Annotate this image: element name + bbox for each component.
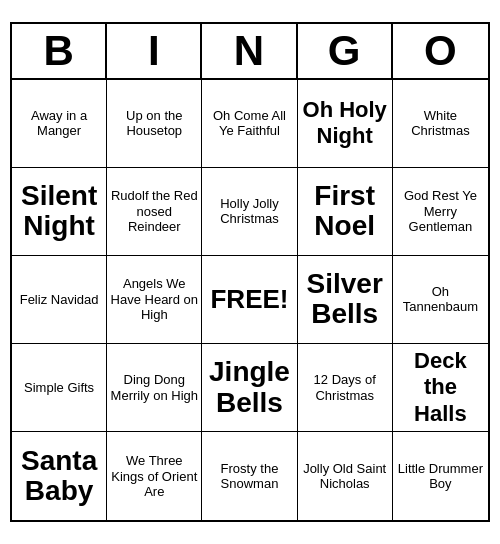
bingo-card: BINGO Away in a MangerUp on the Housetop… — [10, 22, 490, 523]
bingo-cell: Simple Gifts — [12, 344, 107, 432]
cell-label: Frosty the Snowman — [205, 461, 293, 492]
bingo-cell: Angels We Have Heard on High — [107, 256, 202, 344]
bingo-cell: Santa Baby — [12, 432, 107, 520]
cell-label: Simple Gifts — [24, 380, 94, 396]
bingo-cell: Frosty the Snowman — [202, 432, 297, 520]
bingo-cell: Deck the Halls — [393, 344, 488, 432]
cell-label: Deck the Halls — [396, 348, 485, 427]
cell-label: 12 Days of Christmas — [301, 372, 389, 403]
cell-label: Angels We Have Heard on High — [110, 276, 198, 323]
cell-label: FREE! — [210, 284, 288, 315]
cell-label: Away in a Manger — [15, 108, 103, 139]
cell-label: God Rest Ye Merry Gentleman — [396, 188, 485, 235]
bingo-cell: Ding Dong Merrily on High — [107, 344, 202, 432]
bingo-cell: Holly Jolly Christmas — [202, 168, 297, 256]
bingo-grid: Away in a MangerUp on the HousetopOh Com… — [12, 80, 488, 521]
bingo-cell: Feliz Navidad — [12, 256, 107, 344]
bingo-cell: 12 Days of Christmas — [298, 344, 393, 432]
bingo-cell: God Rest Ye Merry Gentleman — [393, 168, 488, 256]
bingo-cell: Oh Holy Night — [298, 80, 393, 168]
bingo-cell: White Christmas — [393, 80, 488, 168]
cell-label: Up on the Housetop — [110, 108, 198, 139]
cell-label: Jolly Old Saint Nicholas — [301, 461, 389, 492]
cell-label: Oh Holy Night — [301, 97, 389, 150]
bingo-cell: We Three Kings of Orient Are — [107, 432, 202, 520]
cell-label: Oh Come All Ye Faithful — [205, 108, 293, 139]
cell-label: Silent Night — [15, 181, 103, 243]
cell-label: Feliz Navidad — [20, 292, 99, 308]
header-letter: I — [107, 24, 202, 78]
bingo-cell: Oh Tannenbaum — [393, 256, 488, 344]
header-letter: O — [393, 24, 488, 78]
cell-label: Ding Dong Merrily on High — [110, 372, 198, 403]
cell-label: Oh Tannenbaum — [396, 284, 485, 315]
bingo-header: BINGO — [12, 24, 488, 80]
bingo-cell: Away in a Manger — [12, 80, 107, 168]
cell-label: White Christmas — [396, 108, 485, 139]
bingo-cell: Rudolf the Red nosed Reindeer — [107, 168, 202, 256]
bingo-cell: FREE! — [202, 256, 297, 344]
header-letter: N — [202, 24, 297, 78]
cell-label: Jingle Bells — [205, 357, 293, 419]
cell-label: Little Drummer Boy — [396, 461, 485, 492]
cell-label: Rudolf the Red nosed Reindeer — [110, 188, 198, 235]
cell-label: Silver Bells — [301, 269, 389, 331]
cell-label: First Noel — [301, 181, 389, 243]
cell-label: Holly Jolly Christmas — [205, 196, 293, 227]
cell-label: We Three Kings of Orient Are — [110, 453, 198, 500]
bingo-cell: Jolly Old Saint Nicholas — [298, 432, 393, 520]
bingo-cell: Oh Come All Ye Faithful — [202, 80, 297, 168]
bingo-cell: Silver Bells — [298, 256, 393, 344]
header-letter: B — [12, 24, 107, 78]
bingo-cell: Little Drummer Boy — [393, 432, 488, 520]
bingo-cell: Jingle Bells — [202, 344, 297, 432]
bingo-cell: Silent Night — [12, 168, 107, 256]
bingo-cell: Up on the Housetop — [107, 80, 202, 168]
cell-label: Santa Baby — [15, 446, 103, 508]
bingo-cell: First Noel — [298, 168, 393, 256]
header-letter: G — [298, 24, 393, 78]
